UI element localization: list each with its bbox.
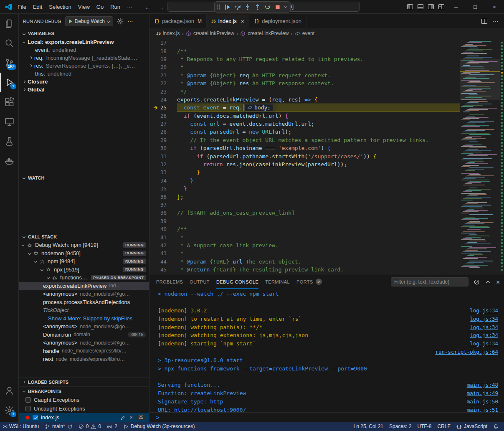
activity-docker[interactable] (0, 151, 19, 171)
show-more-frames-link[interactable]: Show 4 More: Skipped by skipFiles (19, 314, 149, 323)
activity-settings[interactable]: 1 (0, 401, 19, 420)
variable-row[interactable]: this:undefined (19, 70, 149, 78)
code-line[interactable]: 33 } (149, 168, 460, 176)
remove-breakpoint-icon[interactable]: × (129, 414, 133, 421)
panel-tab-ports[interactable]: PORTS2 (296, 275, 322, 289)
editor-gutter[interactable]: 38 (149, 209, 177, 217)
console-source-link[interactable]: main.js:49 (467, 390, 498, 396)
stack-frame[interactable]: Domain.rundomain388:15 (19, 331, 149, 339)
editor-gutter[interactable]: 28 (149, 128, 177, 136)
chevron-down-icon[interactable] (283, 5, 288, 10)
breakpoint-row[interactable]: Uncaught Exceptions (19, 404, 149, 413)
editor-more-actions[interactable]: ⋯ (493, 18, 499, 25)
debug-session-status[interactable]: Debug Watch (3p-resources) (120, 422, 198, 431)
console-source-link[interactable]: log.js:34 (470, 307, 498, 314)
variable-row[interactable]: Local: exports.createLinkPreview (19, 38, 149, 46)
editor-gutter[interactable]: 39 (149, 217, 177, 225)
code-line[interactable]: 26 if (event.docs.matchedUrl.url) { (149, 112, 460, 120)
stack-frame[interactable]: <anonymous>node_modules/@go… (19, 322, 149, 331)
cursor-position[interactable]: Ln 25, Col 21 (351, 422, 386, 431)
close-tab-icon[interactable]: × (241, 18, 244, 25)
editor-gutter[interactable]: 43 (149, 249, 177, 257)
console-source-link[interactable]: main.js:50 (467, 398, 498, 405)
variables-section-header[interactable]: VARIABLES (19, 29, 149, 38)
console-source-link[interactable]: main.js:51 (467, 407, 498, 412)
editor-gutter[interactable]: 44 (149, 258, 177, 266)
editor-gutter[interactable]: 31 (149, 152, 177, 160)
step-over-button[interactable] (233, 3, 242, 11)
problems-status[interactable]: 0 0 (76, 422, 104, 431)
editor-gutter[interactable]: 21 (149, 71, 177, 79)
editor-gutter[interactable]: 23 (149, 87, 177, 95)
edit-breakpoint-icon[interactable] (120, 415, 126, 421)
activity-extensions[interactable] (0, 92, 19, 112)
branch-status[interactable]: main* (42, 422, 76, 431)
activity-run-and-debug[interactable]: 1 (0, 73, 19, 92)
back-button[interactable]: ← (145, 3, 151, 10)
code-line[interactable]: 24exports.createLinkPreview = (req, res)… (149, 96, 460, 104)
editor-gutter[interactable]: 26 (149, 112, 177, 120)
activity-source-control[interactable]: 1K+ (0, 53, 19, 73)
editor-gutter[interactable]: 37 (149, 201, 177, 209)
breadcrumb-item[interactable]: createLinkPreview (186, 30, 234, 36)
stack-frame[interactable]: exports.createLinkPreviewind… (19, 282, 149, 290)
variable-row[interactable]: Global (19, 86, 149, 94)
console-source-link[interactable]: run-script-pkg.js:64 (435, 349, 498, 355)
editor-gutter[interactable]: 24 (149, 96, 177, 104)
layout-sidebar-left-icon[interactable] (407, 3, 413, 10)
variable-row[interactable]: req:IncomingMessage {_readableState:… (19, 54, 149, 62)
code-line[interactable]: 18/** (149, 47, 460, 55)
debug-console-input[interactable]: > (149, 412, 504, 422)
close-panel-icon[interactable]: × (496, 279, 500, 286)
stack-frame[interactable]: process.processTicksAndRejections (19, 298, 149, 307)
continue-button[interactable] (223, 3, 232, 11)
close-button[interactable]: × (485, 0, 504, 14)
code-line[interactable]: 37 (149, 201, 460, 209)
code-line[interactable]: 44 * @param {!URL} url The event object. (149, 258, 460, 266)
console-source-link[interactable]: main.js:48 (467, 382, 498, 388)
indentation-status[interactable]: Spaces: 2 (386, 422, 414, 431)
editor-gutter[interactable]: 41 (149, 233, 177, 241)
menu-run[interactable]: Run (107, 4, 124, 10)
code-line[interactable]: 43 * (149, 249, 460, 257)
editor-gutter[interactable]: 27 (149, 120, 177, 128)
start-debugging-icon[interactable] (69, 19, 72, 23)
editor-gutter[interactable]: 35 (149, 185, 177, 193)
debug-console-output[interactable]: > nodemon --watch ./ --exec npm start[no… (149, 289, 504, 412)
code-line[interactable]: 40/** (149, 225, 460, 233)
notifications-status[interactable] (490, 422, 501, 431)
code-line[interactable]: 41 * (149, 233, 460, 241)
tab-index.js[interactable]: JSindex.js× (207, 14, 249, 28)
breakpoint-checkbox[interactable] (33, 415, 38, 420)
editor-gutter[interactable]: 45 (149, 266, 177, 274)
maximize-panel-icon[interactable] (485, 279, 491, 285)
code-editor[interactable]: 1718/**19 * Responds to any HTTP request… (149, 38, 460, 275)
code-line[interactable]: 39 (149, 217, 460, 225)
editor-gutter[interactable]: 19 (149, 55, 177, 63)
stack-frame[interactable]: <anonymous>node_modules/@go… (19, 339, 149, 347)
drag-grip-icon[interactable] (217, 4, 220, 10)
breadcrumb-item[interactable]: JSindex.js (156, 30, 180, 36)
activity-search[interactable] (0, 33, 19, 53)
code-line[interactable]: 22 * @param {Object} res An HTTP respons… (149, 79, 460, 87)
layout-panel-icon[interactable] (417, 3, 424, 10)
split-editor-icon[interactable] (481, 18, 488, 25)
minimap-slider[interactable] (460, 59, 500, 100)
menu-view[interactable]: View (75, 4, 93, 10)
activity-accounts[interactable] (0, 381, 19, 401)
breakpoint-row[interactable]: index.js×25 (19, 413, 149, 422)
code-line[interactable]: 23 */ (149, 87, 460, 95)
console-filter-input[interactable]: Filter (e.g. text, !exclude) (391, 277, 469, 286)
forward-button[interactable]: → (158, 3, 164, 10)
loaded-scripts-section-header[interactable]: LOADED SCRIPTS (19, 377, 149, 386)
console-source-link[interactable]: log.js:34 (470, 332, 498, 338)
ports-status[interactable]: 2 (104, 422, 120, 431)
editor-gutter[interactable]: 42 (149, 241, 177, 249)
editor-gutter[interactable]: 20 (149, 63, 177, 71)
panel-tab-output[interactable]: OUTPUT (190, 275, 210, 289)
code-line[interactable]: 31 if (parsedUrl.pathname.startsWith('/s… (149, 152, 460, 160)
breakpoint-checkbox[interactable] (25, 406, 31, 411)
code-line[interactable]: 34 } (149, 177, 460, 185)
call-stack-section-header[interactable]: CALL STACK (19, 232, 149, 241)
stack-frame[interactable]: <anonymous>node_modules/@go… (19, 290, 149, 298)
